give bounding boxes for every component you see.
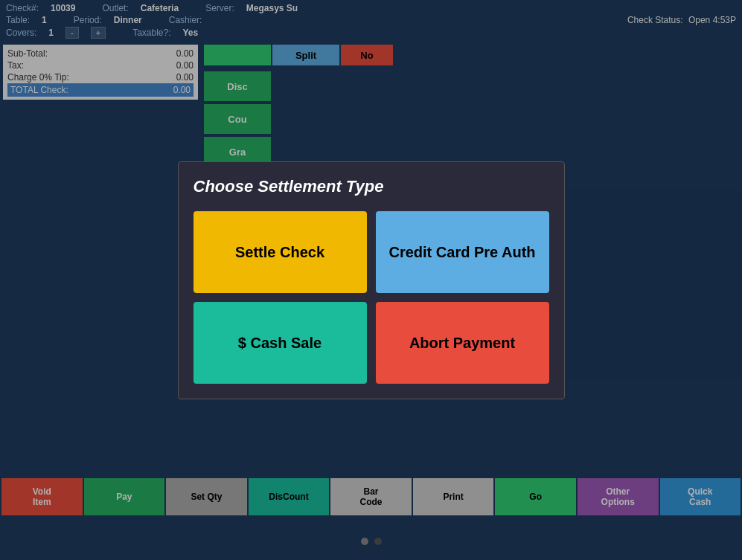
modal-overlay: Choose Settlement Type Settle Check Cred…: [0, 0, 742, 560]
modal-title: Choose Settlement Type: [194, 177, 549, 196]
settle-check-button[interactable]: Settle Check: [194, 211, 367, 293]
modal-buttons-grid: Settle Check Credit Card Pre Auth $ Cash…: [194, 211, 549, 384]
abort-payment-button[interactable]: Abort Payment: [376, 302, 549, 384]
settlement-modal: Choose Settlement Type Settle Check Cred…: [178, 161, 565, 399]
credit-card-pre-auth-button[interactable]: Credit Card Pre Auth: [376, 211, 549, 293]
cash-sale-button[interactable]: $ Cash Sale: [194, 302, 367, 384]
pos-container: Check#: 10039 Outlet: Cafeteria Server: …: [0, 0, 742, 560]
